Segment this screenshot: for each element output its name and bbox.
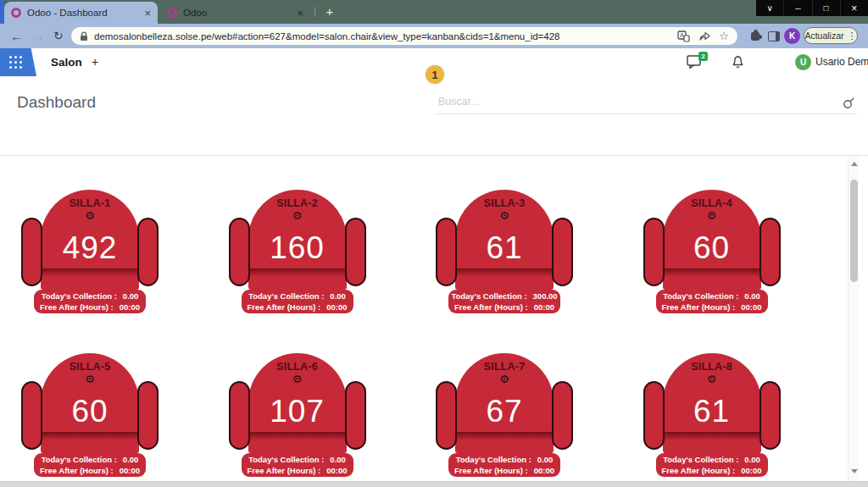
extensions-puzzle-icon[interactable] [751, 32, 760, 41]
update-chrome-button[interactable]: Actualizar ⋮ [804, 27, 858, 44]
free-after-label: Free After (Hours) : [247, 302, 320, 313]
translate-icon[interactable]: A [677, 30, 690, 42]
share-icon[interactable] [698, 30, 710, 42]
collection-label: Today's Collection : [42, 455, 117, 465]
gear-icon[interactable]: ⚙ [229, 209, 366, 222]
collection-value: 0.00 [330, 455, 346, 465]
collection-value: 300.00 [533, 291, 558, 302]
gear-icon[interactable]: ⚙ [436, 373, 573, 385]
chair-name: SILLA-5 [21, 361, 159, 373]
chair-card-silla-1[interactable]: SILLA-1 ⚙ 492 Today's Collection :0.00 F… [21, 188, 159, 313]
chair-card-silla-7[interactable]: SILLA-7 ⚙ 67 Today's Collection :0.00 Fr… [436, 351, 573, 477]
chair-count: 160 [229, 230, 366, 266]
free-after-label: Free After (Hours) : [661, 302, 735, 313]
collection-value: 0.00 [123, 455, 139, 465]
free-after-value: 00:00 [741, 466, 761, 476]
chair-info-panel: Today's Collection :300.00 Free After (H… [448, 290, 560, 313]
bell-icon [731, 53, 745, 69]
add-menu-button[interactable]: + [92, 48, 98, 76]
free-after-value: 00:00 [326, 302, 347, 313]
reload-icon[interactable]: ↻ [53, 24, 64, 48]
collection-label: Today's Collection : [663, 455, 738, 465]
gear-icon[interactable]: ⚙ [643, 209, 781, 222]
chair-seat-shadow [663, 432, 761, 440]
search-input[interactable] [437, 93, 828, 108]
app-name-menu[interactable]: Salon [51, 48, 82, 76]
gear-icon[interactable]: ⚙ [21, 373, 159, 385]
window-restore-button[interactable]: □ [812, 0, 840, 16]
apps-menu-button[interactable] [0, 48, 36, 76]
chair-info-panel: Today's Collection :0.00 Free After (Hou… [34, 453, 146, 477]
odoo-favicon-icon [11, 8, 21, 18]
vertical-scrollbar[interactable] [848, 156, 859, 481]
scroll-up-arrow-icon[interactable] [851, 162, 858, 166]
search-icon[interactable] [843, 97, 855, 113]
chair-card-silla-3[interactable]: SILLA-3 ⚙ 61 Today's Collection :300.00 … [436, 188, 573, 313]
chair-info-panel: Today's Collection :0.00 Free After (Hou… [656, 453, 768, 477]
chair-seat-shadow [455, 432, 554, 440]
chair-card-silla-6[interactable]: SILLA-6 ⚙ 107 Today's Collection :0.00 F… [229, 351, 366, 477]
gear-icon[interactable]: ⚙ [21, 209, 159, 222]
kanban-content: SILLA-1 ⚙ 492 Today's Collection :0.00 F… [0, 156, 868, 481]
chair-count: 61 [643, 394, 781, 429]
browser-menu-icon[interactable]: ⋮ [848, 31, 857, 41]
gear-icon[interactable]: ⚙ [643, 373, 781, 385]
address-bar[interactable]: demosalonbelleza.solse.pe/web#action=627… [71, 27, 737, 45]
back-icon[interactable]: ← [10, 24, 23, 48]
page-title: Dashboard [17, 93, 96, 112]
tab-title: Odoo - Dashboard [27, 8, 139, 18]
user-avatar[interactable]: U [795, 54, 811, 70]
forward-icon[interactable]: → [32, 24, 45, 48]
odoo-favicon-icon [167, 8, 177, 18]
scroll-down-arrow-icon[interactable] [851, 469, 858, 473]
tab-odoo-dashboard[interactable]: Odoo - Dashboard × [4, 2, 158, 24]
chair-name: SILLA-7 [436, 361, 573, 373]
tab-close-icon[interactable]: × [144, 8, 151, 19]
chair-name: SILLA-6 [229, 361, 366, 373]
gear-icon[interactable]: ⚙ [436, 209, 573, 222]
collection-value: 0.00 [744, 291, 760, 302]
tab-title: Odoo [183, 8, 292, 18]
gear-icon[interactable]: ⚙ [229, 373, 366, 385]
collection-label: Today's Collection : [42, 291, 117, 302]
chair-card-silla-8[interactable]: SILLA-8 ⚙ 61 Today's Collection :0.00 Fr… [643, 351, 781, 477]
tab-odoo[interactable]: Odoo × [160, 2, 310, 24]
side-panel-icon[interactable] [768, 31, 780, 42]
chair-seat-shadow [455, 268, 554, 277]
chair-count: 61 [436, 230, 573, 266]
chair-card-silla-5[interactable]: SILLA-5 ⚙ 60 Today's Collection :0.00 Fr… [21, 351, 159, 477]
free-after-label: Free After (Hours) : [247, 466, 320, 476]
free-after-label: Free After (Hours) : [454, 302, 528, 313]
collection-value: 0.00 [330, 291, 346, 302]
chair-name: SILLA-4 [643, 197, 781, 209]
messages-button[interactable]: 2 [687, 54, 707, 70]
collection-label: Today's Collection : [248, 455, 324, 465]
scrollbar-thumb[interactable] [850, 180, 858, 282]
free-after-label: Free After (Hours) : [454, 466, 528, 476]
chair-info-panel: Today's Collection :0.00 Free After (Hou… [242, 453, 353, 477]
chair-card-silla-4[interactable]: SILLA-4 ⚙ 60 Today's Collection :0.00 Fr… [643, 188, 781, 313]
notifications-button[interactable] [731, 53, 745, 73]
free-after-value: 00:00 [741, 302, 761, 313]
window-chevron-button[interactable]: ∨ [756, 0, 783, 16]
chair-seat-shadow [41, 268, 139, 277]
new-tab-button[interactable]: + [320, 3, 339, 20]
browser-profile-avatar[interactable]: K [784, 28, 800, 44]
free-after-value: 00:00 [326, 466, 347, 476]
free-after-label: Free After (Hours) : [661, 466, 735, 476]
user-menu[interactable]: Usario Demo [815, 48, 868, 76]
messages-badge: 2 [698, 52, 708, 61]
tab-close-icon[interactable]: × [297, 8, 303, 19]
chair-name: SILLA-3 [436, 197, 573, 209]
window-close-button[interactable]: × [840, 0, 868, 16]
bookmark-star-icon[interactable]: ☆ [719, 30, 729, 42]
chair-card-silla-2[interactable]: SILLA-2 ⚙ 160 Today's Collection :0.00 F… [229, 188, 366, 313]
window-bottom-edge [0, 481, 868, 487]
chair-seat-shadow [248, 432, 347, 440]
chair-seat-shadow [248, 268, 347, 277]
collection-value: 0.00 [537, 455, 554, 465]
window-minimize-button[interactable]: ─ [783, 0, 811, 16]
free-after-value: 00:00 [534, 302, 554, 313]
collection-label: Today's Collection : [451, 291, 526, 302]
tab-strip: Odoo - Dashboard × Odoo × + ∨ ─ □ × [0, 0, 868, 24]
